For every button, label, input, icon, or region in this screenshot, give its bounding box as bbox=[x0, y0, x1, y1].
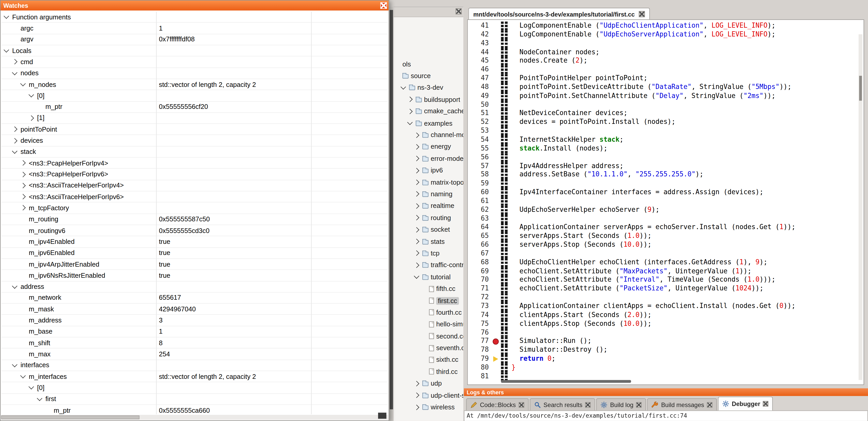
breakpoint-margin[interactable] bbox=[492, 30, 501, 39]
watch-row[interactable]: m_nodesstd::vector of length 2, capacity… bbox=[1, 79, 388, 90]
expand-arrow-icon[interactable] bbox=[12, 138, 17, 143]
breakpoint-margin[interactable] bbox=[492, 241, 501, 250]
breakpoint-margin[interactable] bbox=[492, 171, 501, 180]
tree-item-ns-3-dev[interactable]: ns-3-dev bbox=[394, 82, 464, 94]
close-icon[interactable] bbox=[763, 401, 768, 407]
breakpoint-margin[interactable] bbox=[492, 135, 501, 144]
tree-item-naming[interactable]: naming bbox=[394, 188, 464, 200]
collapse-arrow-icon[interactable] bbox=[12, 362, 17, 367]
expand-arrow-icon[interactable] bbox=[414, 156, 419, 161]
editor-tab[interactable]: mnt/dev/tools/source/ns-3-dev/examples/t… bbox=[468, 8, 650, 20]
close-icon[interactable] bbox=[707, 402, 712, 407]
expand-arrow-icon[interactable] bbox=[414, 203, 419, 209]
breakpoint-margin[interactable] bbox=[492, 302, 501, 311]
collapse-arrow-icon[interactable] bbox=[414, 273, 419, 279]
scrollbar-thumb[interactable] bbox=[1, 415, 140, 419]
log-tab-debugger[interactable]: Debugger bbox=[718, 397, 773, 411]
breakpoint-margin[interactable] bbox=[492, 320, 501, 328]
expand-arrow-icon[interactable] bbox=[414, 180, 419, 185]
breakpoint-margin[interactable] bbox=[492, 179, 501, 188]
expand-arrow-icon[interactable] bbox=[28, 115, 34, 121]
collapse-arrow-icon[interactable] bbox=[12, 70, 17, 75]
close-icon[interactable] bbox=[585, 402, 591, 407]
tree-item-hello-simul[interactable]: hello-simul bbox=[394, 318, 464, 330]
tree-item-udp[interactable]: udp bbox=[394, 378, 464, 389]
expand-arrow-icon[interactable] bbox=[414, 262, 419, 268]
breakpoint-margin[interactable] bbox=[492, 346, 501, 355]
log-tab-build-log[interactable]: Build log bbox=[596, 398, 646, 411]
breakpoint-margin[interactable] bbox=[492, 223, 501, 232]
tree-item-traffic-contro[interactable]: traffic-contro bbox=[394, 259, 464, 271]
tree-item-wireless[interactable]: wireless bbox=[394, 401, 464, 413]
tree-item-error-model[interactable]: error-model bbox=[394, 153, 464, 165]
expand-arrow-icon[interactable] bbox=[414, 251, 419, 256]
log-tab-build-messages[interactable]: Build messages bbox=[647, 398, 717, 411]
breakpoint-margin[interactable] bbox=[492, 267, 501, 276]
close-icon[interactable] bbox=[456, 8, 462, 14]
watch-row[interactable]: <ns3::AsciiTraceHelperForIpv4> bbox=[1, 180, 388, 191]
expand-arrow-icon[interactable] bbox=[407, 108, 412, 114]
watch-row[interactable]: cmd bbox=[1, 57, 388, 68]
tree-item-tcp[interactable]: tcp bbox=[394, 248, 464, 259]
tree-item-routing[interactable]: routing bbox=[394, 212, 464, 224]
watch-row[interactable]: m_base1 bbox=[1, 326, 388, 337]
watch-row[interactable]: <ns3::PcapHelperForIpv6> bbox=[1, 169, 388, 180]
tree-item-fifth-cc[interactable]: fifth.cc bbox=[394, 283, 464, 295]
tree-item-tutorial[interactable]: tutorial bbox=[394, 271, 464, 283]
expand-arrow-icon[interactable] bbox=[414, 381, 419, 386]
breakpoint-margin[interactable] bbox=[492, 22, 501, 30]
watch-row[interactable]: interfaces bbox=[1, 360, 388, 371]
watch-row[interactable]: [1] bbox=[1, 113, 388, 124]
expand-arrow-icon[interactable] bbox=[12, 126, 17, 132]
close-icon[interactable] bbox=[380, 2, 387, 9]
vertical-scrollbar[interactable] bbox=[389, 7, 394, 421]
tree-item-seventh-cc[interactable]: seventh.cc bbox=[394, 342, 464, 354]
watch-row[interactable]: <ns3::AsciiTraceHelperForIpv6> bbox=[1, 191, 388, 202]
expand-arrow-icon[interactable] bbox=[20, 194, 26, 199]
code-editor[interactable]: 41 LogComponentEnable ("UdpEchoClientApp… bbox=[467, 20, 864, 385]
breakpoint-margin[interactable] bbox=[492, 153, 501, 162]
breakpoint-margin[interactable] bbox=[492, 118, 501, 127]
watch-row[interactable]: address bbox=[1, 281, 388, 292]
breakpoint-margin[interactable] bbox=[492, 74, 501, 83]
watch-row[interactable]: argc1 bbox=[1, 23, 388, 34]
tree-item-cmake-cache[interactable]: cmake_cache bbox=[394, 105, 464, 118]
breakpoint-margin[interactable] bbox=[492, 109, 501, 118]
watch-row[interactable]: m_tcpFactory bbox=[1, 203, 388, 214]
breakpoint-margin[interactable] bbox=[492, 100, 501, 109]
collapse-arrow-icon[interactable] bbox=[12, 148, 17, 154]
expand-arrow-icon[interactable] bbox=[20, 171, 26, 177]
watch-row[interactable]: m_ptr0x5555555ca660 bbox=[1, 405, 388, 414]
collapse-arrow-icon[interactable] bbox=[4, 13, 9, 19]
tree-item-sixth-cc[interactable]: sixth.cc bbox=[394, 354, 464, 366]
watches-horizontal-scrollbar[interactable] bbox=[1, 415, 388, 420]
horizontal-scrollbar-thumb[interactable] bbox=[501, 380, 631, 383]
watch-row[interactable]: stack bbox=[1, 147, 388, 158]
breakpoint-margin[interactable] bbox=[492, 372, 501, 381]
breakpoint-margin[interactable] bbox=[492, 328, 501, 337]
breakpoint-margin[interactable] bbox=[492, 83, 501, 92]
watch-row[interactable]: m_ipv6Enabledtrue bbox=[1, 248, 388, 259]
expand-arrow-icon[interactable] bbox=[414, 132, 419, 137]
watch-row[interactable]: [0] bbox=[1, 383, 388, 394]
breakpoint-margin[interactable] bbox=[492, 311, 501, 320]
breakpoint-margin[interactable] bbox=[492, 92, 501, 101]
close-icon[interactable] bbox=[639, 11, 645, 17]
expand-arrow-icon[interactable] bbox=[414, 191, 419, 197]
expand-arrow-icon[interactable] bbox=[407, 97, 412, 102]
breakpoint-margin[interactable] bbox=[492, 127, 501, 135]
collapse-arrow-icon[interactable] bbox=[12, 283, 17, 289]
tree-item-source[interactable]: source bbox=[394, 70, 464, 82]
tree-item-first-cc[interactable]: first.cc bbox=[394, 295, 464, 307]
watch-row[interactable]: devices bbox=[1, 135, 388, 147]
expand-arrow-icon[interactable] bbox=[20, 160, 26, 166]
watch-row[interactable]: Locals bbox=[1, 45, 388, 56]
tree-item-buildsupport[interactable]: buildsupport bbox=[394, 94, 464, 105]
breakpoint-margin[interactable] bbox=[492, 197, 501, 205]
tree-item-channel-mod[interactable]: channel-mod bbox=[394, 129, 464, 141]
resize-grip[interactable] bbox=[378, 413, 386, 419]
breakpoint-margin[interactable] bbox=[492, 232, 501, 241]
breakpoint-margin[interactable] bbox=[492, 258, 501, 267]
log-tab-code-blocks[interactable]: Code::Blocks bbox=[466, 398, 528, 411]
logs-panel-titlebar[interactable]: Logs & others bbox=[464, 388, 868, 396]
